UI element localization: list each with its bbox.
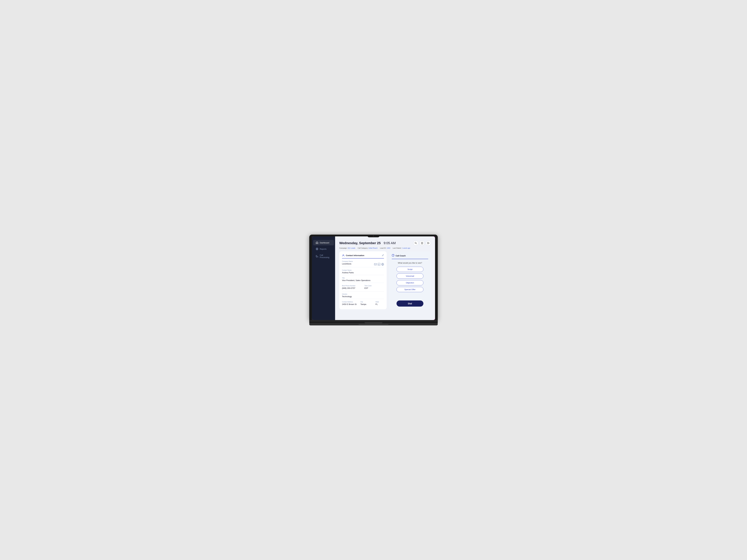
share-button[interactable] xyxy=(426,241,431,246)
contact-name-label: Contact Name xyxy=(342,269,384,271)
timezone-label: Time Zone xyxy=(364,285,384,287)
search-button[interactable] xyxy=(413,241,418,246)
last-dialed-label: Last Dialed: 1 week ago xyxy=(393,247,410,249)
main-content: Wednesday, September 25 9:05 AM xyxy=(335,236,435,320)
laptop-camera xyxy=(373,235,374,237)
industry-field: Industry Technology xyxy=(342,293,384,299)
laptop-hinge xyxy=(364,322,383,323)
campaign-link[interactable]: IQ1 Leads xyxy=(347,247,355,249)
address-label: Contact Address xyxy=(342,301,359,303)
sidebar-item-call-processing[interactable]: Call Processing xyxy=(313,252,334,260)
city-value: Tampa xyxy=(360,303,374,306)
svg-line-2 xyxy=(416,243,417,244)
home-icon xyxy=(316,241,318,244)
phone-label: Best Phone Number xyxy=(342,285,362,287)
industry-label: Industry xyxy=(342,293,384,295)
cards-row: Contact Information Company xyxy=(339,251,431,309)
phone-icon xyxy=(316,255,318,258)
email-icon[interactable] xyxy=(374,263,377,266)
call-coach-prompt: What would you like to see? xyxy=(398,262,422,264)
voicemail-button[interactable]: Voicemail xyxy=(396,273,423,279)
header-title-group: Wednesday, September 25 9:05 AM xyxy=(339,241,395,245)
phone-field: Best Phone Number (949) 293-0707 xyxy=(342,285,362,289)
company-name-label: Company Name xyxy=(342,261,384,262)
edit-icon[interactable] xyxy=(382,254,384,257)
lead-id-label: Lead ID: 1463 xyxy=(380,247,390,249)
screen: Dashboard Reports xyxy=(312,236,435,320)
contact-info-card: Contact Information Company xyxy=(339,251,387,309)
dial-button[interactable]: Dial xyxy=(396,300,423,306)
sidebar-reports-label: Reports xyxy=(320,248,327,250)
title-label: Title xyxy=(342,277,384,279)
call-coach-header: Call Coach xyxy=(392,254,428,259)
sidebar-item-dashboard[interactable]: Dashboard xyxy=(313,240,334,245)
laptop-foot xyxy=(309,323,438,325)
app-container: Dashboard Reports xyxy=(312,236,435,320)
timezone-value: EST xyxy=(364,287,384,289)
call-category-label: Call Category: Initial Reach xyxy=(358,247,378,249)
header-date: Wednesday, September 25 xyxy=(339,241,381,245)
company-name-field: Company Name LexisNexis xyxy=(342,261,384,267)
script-button[interactable]: Script xyxy=(396,267,423,272)
header-actions xyxy=(413,241,431,246)
laptop-notch xyxy=(367,235,380,237)
call-coach-icon xyxy=(392,254,394,257)
call-coach-card: Call Coach What would you like to see? S… xyxy=(389,251,431,309)
lead-id-link[interactable]: 1463 xyxy=(387,247,390,249)
svg-rect-5 xyxy=(374,263,377,265)
objection-button[interactable]: Objection xyxy=(396,280,423,285)
title-value: Vice President, Sales Operations xyxy=(342,279,384,283)
last-dialed-link[interactable]: 1 week ago xyxy=(402,247,410,249)
linkedin-icon[interactable] xyxy=(378,263,380,266)
title-field: Title Vice President, Sales Operations xyxy=(342,277,384,283)
laptop-container: Dashboard Reports xyxy=(309,235,438,325)
contact-card-icon xyxy=(342,254,345,257)
company-row: LexisNexis xyxy=(342,263,384,266)
timezone-field: Time Zone EST xyxy=(364,285,384,289)
contact-name-field: Contact Name Andrea Parks xyxy=(342,269,384,275)
sidebar-item-reports[interactable]: Reports xyxy=(313,246,334,251)
phone-value: (949) 293-0707 xyxy=(342,287,362,289)
special-offer-button[interactable]: Special Offer xyxy=(396,287,423,292)
contact-name-value: Andrea Parks xyxy=(342,271,384,275)
campaign-label: Campaign: IQ1 Leads xyxy=(339,247,355,249)
meta-bar: Campaign: IQ1 Leads Call Category: Initi… xyxy=(339,247,431,249)
phone-timezone-row: Best Phone Number (949) 293-0707 Time Zo… xyxy=(342,285,384,289)
svg-rect-6 xyxy=(378,263,380,266)
laptop-base xyxy=(309,320,438,323)
city-field: City Tampa xyxy=(360,301,374,306)
city-label: City xyxy=(360,301,374,303)
sidebar-dashboard-label: Dashboard xyxy=(320,242,329,244)
svg-point-1 xyxy=(415,242,416,244)
sidebar: Dashboard Reports xyxy=(312,236,335,320)
industry-value: Technology xyxy=(342,295,384,299)
address-field: Contact Address 2450 E Brown St xyxy=(342,301,359,306)
address-row: Contact Address 2450 E Brown St City Tam… xyxy=(342,301,384,306)
contact-title-group: Contact Information xyxy=(342,254,364,257)
call-category-link[interactable]: Initial Reach xyxy=(368,247,378,249)
state-label: State xyxy=(376,301,384,303)
laptop-foot-strip xyxy=(359,324,388,325)
header-time: 9:05 AM xyxy=(384,241,396,245)
screen-bezel: Dashboard Reports xyxy=(309,235,438,320)
call-coach-body: What would you like to see? Script Voice… xyxy=(392,262,428,298)
sidebar-call-processing-label: Call Processing xyxy=(320,254,331,259)
call-coach-title: Call Coach xyxy=(395,255,406,257)
globe-icon xyxy=(316,248,318,250)
state-field: State FL xyxy=(376,301,384,306)
contact-card-header: Contact Information xyxy=(342,254,384,259)
contact-card-title: Contact Information xyxy=(346,254,364,257)
website-icon[interactable] xyxy=(381,263,384,266)
header: Wednesday, September 25 9:05 AM xyxy=(339,241,431,246)
bookmark-button[interactable] xyxy=(419,241,424,246)
state-value: FL xyxy=(376,303,384,306)
company-icons xyxy=(374,263,384,266)
company-name-value: LexisNexis xyxy=(342,263,352,266)
address-value: 2450 E Brown St xyxy=(342,303,359,306)
